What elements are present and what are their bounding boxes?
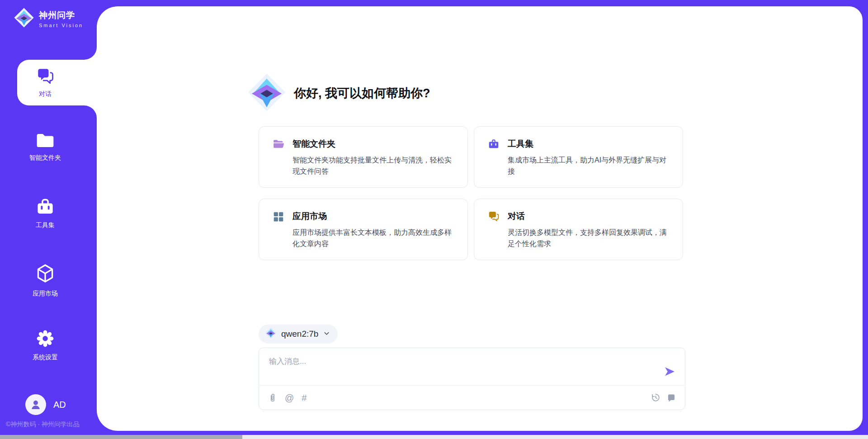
card-smart-folder[interactable]: 智能文件夹 智能文件夹功能支持批量文件上传与清洗，轻松实现文件问答: [259, 126, 468, 188]
brand-logo: 神州问学 Smart Vision: [14, 7, 83, 30]
sidebar: 神州问学 Smart Vision 对话 智能文件夹: [0, 0, 97, 439]
sidebar-item-toolset[interactable]: 工具集: [0, 198, 90, 229]
hashtag-icon[interactable]: #: [302, 393, 307, 402]
model-name: qwen2:7b: [281, 329, 318, 339]
mention-icon[interactable]: @: [285, 393, 294, 402]
model-selector[interactable]: qwen2:7b: [259, 324, 338, 344]
card-description: 集成市场上主流工具，助力AI与外界无缝扩展与对接: [508, 154, 671, 177]
greeting-text: 你好, 我可以如何帮助你?: [294, 85, 430, 101]
sidebar-item-label: 工具集: [36, 221, 55, 229]
chevron-down-icon: [323, 329, 330, 339]
grid-icon: [273, 211, 284, 249]
card-title: 应用市场: [292, 210, 456, 222]
diamond-logo-icon: [265, 327, 277, 341]
scrollbar-thumb[interactable]: [0, 435, 242, 439]
diamond-logo-icon: [247, 72, 287, 114]
app-tagline: Smart Vision: [39, 23, 83, 28]
folder-open-icon: [273, 138, 284, 177]
quick-phrase-icon[interactable]: [667, 393, 676, 402]
send-icon: [663, 365, 676, 378]
sidebar-item-app-market[interactable]: 应用市场: [0, 263, 90, 298]
card-title: 智能文件夹: [292, 138, 456, 150]
attachment-icon[interactable]: [268, 393, 277, 403]
cube-icon: [35, 263, 55, 284]
card-chat[interactable]: 对话 灵活切换多模型文件，支持多样回复效果调试，满足个性化需求: [474, 199, 683, 260]
chat-bubbles-icon: [36, 67, 54, 86]
sidebar-item-settings[interactable]: 系统设置: [0, 329, 90, 362]
folder-icon: [36, 132, 55, 148]
card-description: 灵活切换多模型文件，支持多样回复效果调试，满足个性化需求: [508, 227, 671, 249]
tab-curve-top: [84, 47, 97, 60]
greeting-block: 你好, 我可以如何帮助你?: [247, 72, 430, 114]
composer-toolbar: @ #: [259, 386, 685, 410]
gear-icon: [36, 329, 55, 348]
horizontal-scrollbar: [0, 435, 868, 439]
briefcase-icon: [488, 138, 500, 177]
history-icon[interactable]: [651, 393, 660, 402]
main-panel: 你好, 我可以如何帮助你? 智能文件夹 智能文件夹功能支持批量文件上传与清洗，轻…: [97, 6, 863, 431]
card-title: 工具集: [508, 138, 671, 150]
card-title: 对话: [508, 210, 671, 222]
card-app-market[interactable]: 应用市场 应用市场提供丰富长文本模板，助力高效生成多样化文章内容: [259, 199, 468, 260]
sidebar-item-label: 智能文件夹: [29, 154, 61, 162]
send-button[interactable]: [663, 365, 676, 378]
toolbox-icon: [36, 198, 55, 216]
person-icon: [29, 398, 42, 411]
message-input[interactable]: [259, 348, 648, 384]
sidebar-item-smart-folder[interactable]: 智能文件夹: [0, 132, 90, 162]
card-description: 智能文件夹功能支持批量文件上传与清洗，轻松实现文件问答: [292, 154, 456, 177]
avatar: [25, 394, 46, 415]
message-composer: @ #: [259, 348, 685, 410]
user-account[interactable]: AD: [25, 394, 66, 415]
user-initials: AD: [53, 400, 66, 410]
sidebar-item-label: 系统设置: [33, 353, 58, 362]
sidebar-item-label: 应用市场: [33, 290, 58, 298]
copyright-text: ©神州数码 · 神州问学出品: [6, 420, 80, 429]
app-title: 神州问学: [39, 10, 83, 21]
diamond-logo-icon: [14, 7, 34, 30]
feature-cards: 智能文件夹 智能文件夹功能支持批量文件上传与清洗，轻松实现文件问答: [259, 126, 683, 260]
sidebar-item-label: 对话: [39, 90, 52, 98]
sidebar-item-chat[interactable]: 对话: [17, 60, 97, 105]
card-toolset[interactable]: 工具集 集成市场上主流工具，助力AI与外界无缝扩展与对接: [474, 126, 683, 188]
card-description: 应用市场提供丰富长文本模板，助力高效生成多样化文章内容: [292, 227, 456, 249]
tab-curve-bottom: [84, 105, 97, 118]
chat-bubbles-icon: [488, 211, 500, 249]
